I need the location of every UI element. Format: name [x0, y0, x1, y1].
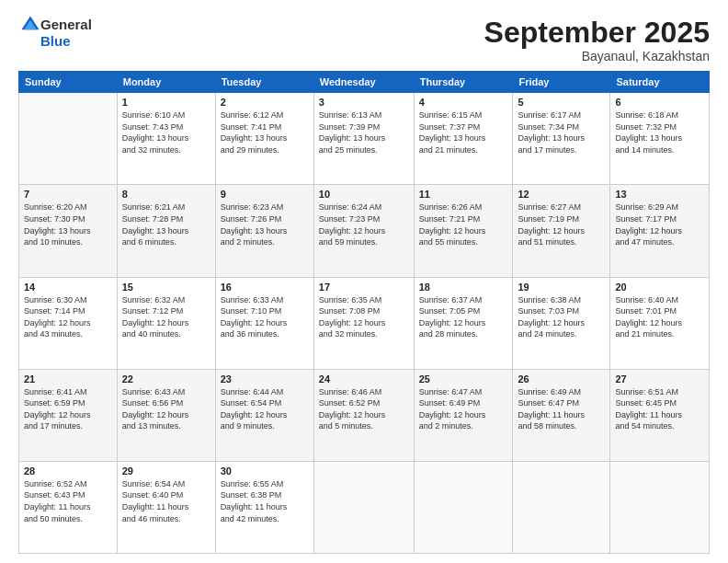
table-row: 22Sunrise: 6:43 AM Sunset: 6:56 PM Dayli… [117, 369, 215, 461]
col-wednesday: Wednesday [313, 72, 414, 93]
day-info: Sunrise: 6:43 AM Sunset: 6:56 PM Dayligh… [122, 386, 210, 432]
logo: General Blue [18, 17, 92, 50]
table-row: 29Sunrise: 6:54 AM Sunset: 6:40 PM Dayli… [117, 461, 215, 553]
calendar-header-row: Sunday Monday Tuesday Wednesday Thursday… [19, 72, 710, 93]
table-row: 12Sunrise: 6:27 AM Sunset: 7:19 PM Dayli… [513, 185, 610, 277]
day-info: Sunrise: 6:27 AM Sunset: 7:19 PM Dayligh… [518, 201, 605, 247]
location-subtitle: Bayanaul, Kazakhstan [484, 49, 710, 63]
table-row: 3Sunrise: 6:13 AM Sunset: 7:39 PM Daylig… [313, 93, 414, 185]
logo-general: General [40, 17, 92, 32]
day-info: Sunrise: 6:54 AM Sunset: 6:40 PM Dayligh… [122, 478, 210, 524]
col-sunday: Sunday [19, 72, 118, 93]
table-row: 10Sunrise: 6:24 AM Sunset: 7:23 PM Dayli… [313, 185, 414, 277]
table-row: 14Sunrise: 6:30 AM Sunset: 7:14 PM Dayli… [19, 277, 118, 369]
day-info: Sunrise: 6:35 AM Sunset: 7:08 PM Dayligh… [319, 294, 409, 340]
day-info: Sunrise: 6:52 AM Sunset: 6:43 PM Dayligh… [24, 478, 112, 524]
table-row: 1Sunrise: 6:10 AM Sunset: 7:43 PM Daylig… [117, 93, 215, 185]
day-number: 25 [419, 373, 508, 385]
day-info: Sunrise: 6:49 AM Sunset: 6:47 PM Dayligh… [518, 386, 605, 432]
day-info: Sunrise: 6:26 AM Sunset: 7:21 PM Dayligh… [419, 201, 508, 247]
day-number: 6 [615, 97, 704, 108]
day-number: 28 [24, 465, 112, 477]
day-number: 7 [24, 189, 112, 200]
day-info: Sunrise: 6:30 AM Sunset: 7:14 PM Dayligh… [24, 294, 112, 340]
table-row [513, 461, 610, 553]
table-row: 7Sunrise: 6:20 AM Sunset: 7:30 PM Daylig… [19, 185, 118, 277]
day-number: 20 [615, 282, 704, 293]
table-row [313, 461, 414, 553]
day-info: Sunrise: 6:15 AM Sunset: 7:37 PM Dayligh… [419, 109, 508, 155]
table-row [414, 461, 513, 553]
table-row: 13Sunrise: 6:29 AM Sunset: 7:17 PM Dayli… [610, 185, 710, 277]
table-row: 20Sunrise: 6:40 AM Sunset: 7:01 PM Dayli… [610, 277, 710, 369]
table-row: 16Sunrise: 6:33 AM Sunset: 7:10 PM Dayli… [215, 277, 313, 369]
table-row: 25Sunrise: 6:47 AM Sunset: 6:49 PM Dayli… [414, 369, 513, 461]
day-number: 13 [615, 189, 704, 200]
day-info: Sunrise: 6:17 AM Sunset: 7:34 PM Dayligh… [518, 109, 605, 155]
day-info: Sunrise: 6:23 AM Sunset: 7:26 PM Dayligh… [221, 201, 309, 247]
day-info: Sunrise: 6:33 AM Sunset: 7:10 PM Dayligh… [221, 294, 309, 340]
day-info: Sunrise: 6:40 AM Sunset: 7:01 PM Dayligh… [615, 294, 704, 340]
col-thursday: Thursday [414, 72, 513, 93]
day-info: Sunrise: 6:18 AM Sunset: 7:32 PM Dayligh… [615, 109, 704, 155]
day-number: 9 [221, 189, 309, 200]
day-number: 4 [419, 97, 508, 108]
day-number: 29 [122, 465, 210, 477]
day-info: Sunrise: 6:13 AM Sunset: 7:39 PM Dayligh… [319, 109, 409, 155]
day-info: Sunrise: 6:21 AM Sunset: 7:28 PM Dayligh… [122, 201, 210, 247]
day-number: 14 [24, 282, 112, 293]
day-info: Sunrise: 6:12 AM Sunset: 7:41 PM Dayligh… [221, 109, 309, 155]
logo-blue: Blue [40, 33, 71, 49]
title-block: September 2025 Bayanaul, Kazakhstan [484, 17, 710, 63]
table-row: 17Sunrise: 6:35 AM Sunset: 7:08 PM Dayli… [313, 277, 414, 369]
day-number: 24 [319, 373, 409, 385]
day-number: 30 [221, 465, 309, 477]
table-row: 24Sunrise: 6:46 AM Sunset: 6:52 PM Dayli… [313, 369, 414, 461]
table-row: 5Sunrise: 6:17 AM Sunset: 7:34 PM Daylig… [513, 93, 610, 185]
logo-text: General Blue [40, 17, 92, 50]
logo-icon [20, 15, 40, 35]
table-row: 18Sunrise: 6:37 AM Sunset: 7:05 PM Dayli… [414, 277, 513, 369]
day-number: 19 [518, 282, 605, 293]
day-number: 18 [419, 282, 508, 293]
table-row: 21Sunrise: 6:41 AM Sunset: 6:59 PM Dayli… [19, 369, 118, 461]
table-row: 15Sunrise: 6:32 AM Sunset: 7:12 PM Dayli… [117, 277, 215, 369]
table-row: 4Sunrise: 6:15 AM Sunset: 7:37 PM Daylig… [414, 93, 513, 185]
table-row: 26Sunrise: 6:49 AM Sunset: 6:47 PM Dayli… [513, 369, 610, 461]
header: General Blue September 2025 Bayanaul, Ka… [18, 17, 710, 63]
day-number: 16 [221, 282, 309, 293]
day-info: Sunrise: 6:29 AM Sunset: 7:17 PM Dayligh… [615, 201, 704, 247]
calendar-table: Sunday Monday Tuesday Wednesday Thursday… [18, 71, 710, 554]
day-info: Sunrise: 6:55 AM Sunset: 6:38 PM Dayligh… [221, 478, 309, 524]
table-row: 28Sunrise: 6:52 AM Sunset: 6:43 PM Dayli… [19, 461, 118, 553]
table-row [19, 93, 118, 185]
col-saturday: Saturday [610, 72, 710, 93]
table-row: 8Sunrise: 6:21 AM Sunset: 7:28 PM Daylig… [117, 185, 215, 277]
day-info: Sunrise: 6:37 AM Sunset: 7:05 PM Dayligh… [419, 294, 508, 340]
day-info: Sunrise: 6:24 AM Sunset: 7:23 PM Dayligh… [319, 201, 409, 247]
day-info: Sunrise: 6:20 AM Sunset: 7:30 PM Dayligh… [24, 201, 112, 247]
day-info: Sunrise: 6:44 AM Sunset: 6:54 PM Dayligh… [221, 386, 309, 432]
day-number: 10 [319, 189, 409, 200]
table-row: 9Sunrise: 6:23 AM Sunset: 7:26 PM Daylig… [215, 185, 313, 277]
table-row: 30Sunrise: 6:55 AM Sunset: 6:38 PM Dayli… [215, 461, 313, 553]
month-title: September 2025 [484, 17, 710, 49]
day-number: 11 [419, 189, 508, 200]
day-number: 12 [518, 189, 605, 200]
table-row: 11Sunrise: 6:26 AM Sunset: 7:21 PM Dayli… [414, 185, 513, 277]
day-number: 23 [221, 373, 309, 385]
day-info: Sunrise: 6:51 AM Sunset: 6:45 PM Dayligh… [615, 386, 704, 432]
day-info: Sunrise: 6:32 AM Sunset: 7:12 PM Dayligh… [122, 294, 210, 340]
day-number: 17 [319, 282, 409, 293]
day-number: 22 [122, 373, 210, 385]
table-row: 23Sunrise: 6:44 AM Sunset: 6:54 PM Dayli… [215, 369, 313, 461]
day-number: 21 [24, 373, 112, 385]
day-number: 26 [518, 373, 605, 385]
day-number: 1 [122, 97, 210, 108]
page: General Blue September 2025 Bayanaul, Ka… [0, 0, 728, 563]
day-number: 8 [122, 189, 210, 200]
col-monday: Monday [117, 72, 215, 93]
day-number: 3 [319, 97, 409, 108]
col-tuesday: Tuesday [215, 72, 313, 93]
day-info: Sunrise: 6:10 AM Sunset: 7:43 PM Dayligh… [122, 109, 210, 155]
